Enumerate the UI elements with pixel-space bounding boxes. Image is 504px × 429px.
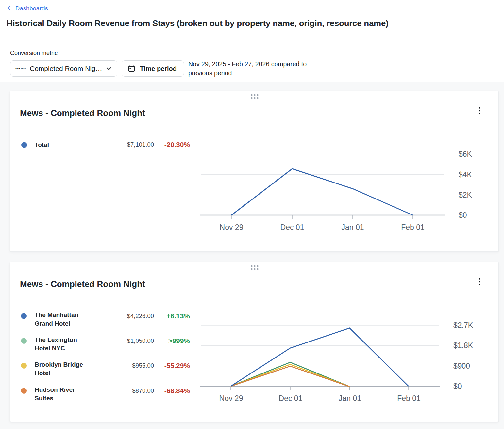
svg-text:$0: $0 bbox=[453, 382, 462, 390]
svg-text:Jan 01: Jan 01 bbox=[341, 223, 364, 231]
svg-text:Nov 29: Nov 29 bbox=[219, 394, 243, 403]
svg-text:Dec 01: Dec 01 bbox=[280, 223, 304, 231]
svg-text:$6K: $6K bbox=[459, 150, 472, 158]
svg-text:Dec 01: Dec 01 bbox=[279, 394, 303, 403]
svg-text:$2.7K: $2.7K bbox=[453, 321, 473, 329]
svg-text:$2K: $2K bbox=[459, 191, 472, 199]
svg-text:$0: $0 bbox=[459, 211, 467, 219]
svg-text:Feb 01: Feb 01 bbox=[397, 394, 421, 403]
svg-text:$900: $900 bbox=[453, 362, 470, 370]
svg-text:$1.8K: $1.8K bbox=[453, 341, 473, 350]
svg-text:Nov 29: Nov 29 bbox=[220, 223, 244, 231]
svg-text:$4K: $4K bbox=[459, 170, 472, 179]
svg-text:Jan 01: Jan 01 bbox=[339, 394, 361, 403]
svg-text:Feb 01: Feb 01 bbox=[401, 223, 425, 231]
